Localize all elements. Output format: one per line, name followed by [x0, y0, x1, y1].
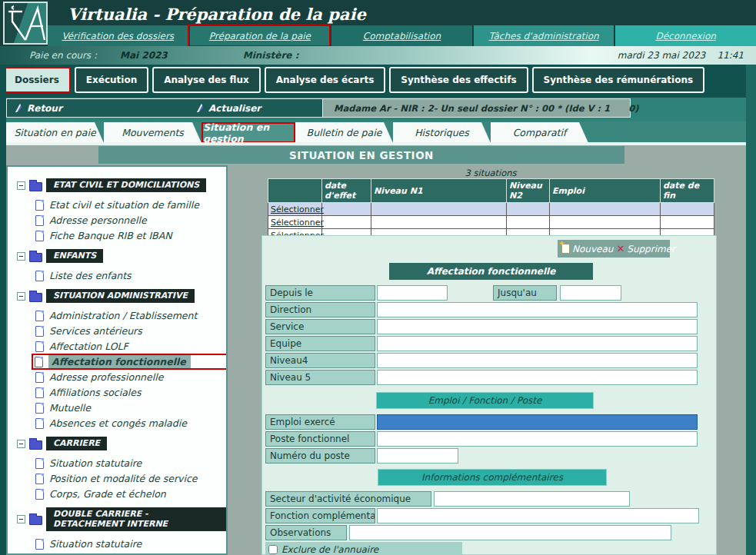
document-icon: [35, 539, 44, 550]
tree-section-label[interactable]: CARRIERE: [46, 437, 107, 450]
emploi-exerce-label: Emploi exercé: [265, 414, 375, 430]
tab-situation-en-gestion[interactable]: Situation en gestion: [201, 122, 295, 143]
tree-section-label[interactable]: DOUBLE CARRIERE - DETACHEMENT INTERNE: [46, 507, 226, 531]
nav-taches-administration[interactable]: Tâches d'administration: [472, 25, 614, 46]
tree-item-situation-statutaire[interactable]: Situation statutaire: [35, 457, 226, 470]
tree-item-label: Affectation LOLF: [49, 341, 128, 352]
cell-niveau-n2: [507, 203, 550, 216]
col-emploi: Emploi: [550, 179, 661, 203]
selectionner-link[interactable]: Sélectionner: [271, 204, 324, 214]
tab-mouvements[interactable]: Mouvements: [104, 122, 201, 143]
equipe-input[interactable]: [377, 336, 698, 351]
tree-section-label[interactable]: ENFANTS: [46, 249, 103, 263]
document-icon: [35, 458, 44, 469]
folder-icon: [29, 293, 42, 302]
fonction-complementaire-input[interactable]: [377, 508, 699, 523]
nav-verification[interactable]: Vérification des dossiers: [48, 25, 188, 46]
document-icon: [35, 474, 44, 484]
document-icon: [35, 372, 44, 383]
actualiser-label: Actualiser: [208, 103, 261, 114]
tree-item-label: Absences et congés maladie: [49, 417, 187, 429]
tab-analyse-ecarts[interactable]: Analyse des écarts: [265, 67, 386, 93]
tab-analyse-flux[interactable]: Analyse des flux: [152, 67, 261, 93]
service-input[interactable]: [377, 319, 698, 334]
supprimer-label: Supprimer: [627, 244, 675, 254]
tree-item-situation-statutaire-2[interactable]: Situation statutaire: [35, 537, 226, 550]
tree-item-fiche-banque[interactable]: Fiche Banque RIB et IBAN: [35, 229, 226, 242]
cell-emploi: [550, 203, 661, 216]
observations-input[interactable]: [349, 525, 671, 540]
tree-section-situation-administrative: SITUATION ADMINISTRATIVE: [17, 289, 226, 303]
tree-item-affectation-lolf[interactable]: Affectation LOLF: [35, 340, 226, 353]
depuis-le-input[interactable]: [377, 285, 448, 301]
tree-item-label: Services antérieurs: [49, 325, 142, 337]
niveau4-input[interactable]: [377, 353, 698, 368]
collapse-icon[interactable]: [17, 515, 25, 523]
tree-item-absences-conges[interactable]: Absences et congés maladie: [35, 417, 226, 430]
tree-item-adresse-personnelle[interactable]: Adresse personnelle: [35, 214, 226, 227]
virtualia-logo-icon: [3, 2, 48, 45]
folder-icon: [29, 182, 42, 191]
nav-deconnexion[interactable]: Déconnexion: [614, 25, 756, 46]
collapse-icon[interactable]: [17, 181, 25, 190]
niveau4-label: Niveau4: [265, 353, 375, 368]
tab-execution[interactable]: Exécution: [75, 67, 148, 93]
quill-icon: [15, 103, 22, 113]
tab-historiques[interactable]: Historiques: [393, 122, 491, 143]
tree-item-mutuelle[interactable]: Mutuelle: [35, 401, 226, 414]
tree-item-corps-grade[interactable]: Corps, Grade et échelon: [35, 487, 226, 500]
sub-tabs: Situation en paie Mouvements Situation e…: [6, 122, 588, 143]
col-niveau-n2: Niveau N2: [507, 179, 550, 203]
exclure-annuaire-checkbox[interactable]: [268, 545, 278, 554]
tree-section-label[interactable]: SITUATION ADMINISTRATIVE: [46, 289, 195, 303]
tree-item-label: Affectation fonctionnelle: [48, 355, 191, 369]
tree-item-administration-etablissement[interactable]: Administration / Etablissement: [35, 309, 226, 322]
tree-item-liste-enfants[interactable]: Liste des enfants: [35, 269, 226, 282]
form-actions: Nouveau ✕ Supprimer: [558, 240, 670, 258]
supprimer-button[interactable]: ✕ Supprimer: [616, 243, 675, 254]
actualiser-button[interactable]: Actualiser: [196, 99, 261, 117]
nav-comptabilisation[interactable]: Comptabilisation: [330, 25, 472, 46]
tree-item-position-modalite[interactable]: Position et modalité de service: [35, 472, 226, 485]
tab-situation-en-paie[interactable]: Situation en paie: [6, 122, 104, 143]
jusquau-input[interactable]: [560, 285, 621, 301]
affectation-form: Nouveau ✕ Supprimer Affectation fonction…: [261, 235, 717, 555]
tab-dossiers[interactable]: Dossiers: [3, 67, 71, 93]
poste-fonctionnel-input[interactable]: [377, 431, 698, 447]
nouveau-button[interactable]: Nouveau: [561, 244, 613, 254]
emploi-exerce-input[interactable]: [377, 414, 698, 430]
tree-section-enfants: ENFANTS: [17, 249, 226, 263]
direction-input[interactable]: [377, 302, 698, 317]
paie-en-cours-label: Paie en cours :: [29, 50, 97, 61]
numero-poste-input[interactable]: [377, 448, 458, 464]
window-left-border: [0, 65, 6, 555]
collapse-icon[interactable]: [17, 252, 25, 261]
tree-item-label: Liste des enfants: [49, 270, 132, 281]
nav-preparation-paie[interactable]: Préparation de la paie: [188, 25, 331, 46]
collapse-icon[interactable]: [17, 440, 25, 448]
collapse-icon[interactable]: [17, 292, 25, 301]
tree-item-adresse-professionnelle[interactable]: Adresse professionnelle: [35, 371, 226, 384]
nouveau-label: Nouveau: [572, 244, 613, 254]
tree-item-services-anterieurs[interactable]: Services antérieurs: [35, 324, 226, 337]
table-row: Sélectionner: [268, 216, 714, 229]
depuis-le-label: Depuis le: [265, 285, 375, 301]
tree-section-carriere: CARRIERE: [17, 437, 226, 450]
tree-item-affectation-fonctionnelle[interactable]: Affectation fonctionnelle: [33, 355, 226, 368]
secteur-activite-input[interactable]: [434, 491, 630, 507]
retour-button[interactable]: Retour: [15, 99, 62, 117]
tab-bulletin-de-paie[interactable]: Bulletin de paie: [295, 122, 393, 143]
cell-niveau-n1: [371, 203, 507, 216]
selectionner-link[interactable]: Sélectionner: [271, 218, 324, 228]
cell-date-effet: [322, 216, 371, 229]
tab-comparatif[interactable]: Comparatif: [491, 122, 588, 143]
document-icon: [35, 341, 44, 352]
tree-section-label[interactable]: ETAT CIVIL ET DOMICILIATIONS: [46, 178, 206, 192]
tree-item-etat-civil-famille[interactable]: Etat civil et situation de famille: [35, 198, 226, 211]
ministere-label: Ministère :: [243, 50, 299, 61]
tree-section-double-carriere: DOUBLE CARRIERE - DETACHEMENT INTERNE: [17, 507, 226, 531]
tab-synthese-remunerations[interactable]: Synthèse des rémunérations: [532, 67, 705, 93]
tree-item-affiliations-sociales[interactable]: Affiliations sociales: [35, 386, 226, 399]
tab-synthese-effectifs[interactable]: Synthèse des effectifs: [389, 67, 528, 93]
niveau5-input[interactable]: [377, 370, 698, 385]
